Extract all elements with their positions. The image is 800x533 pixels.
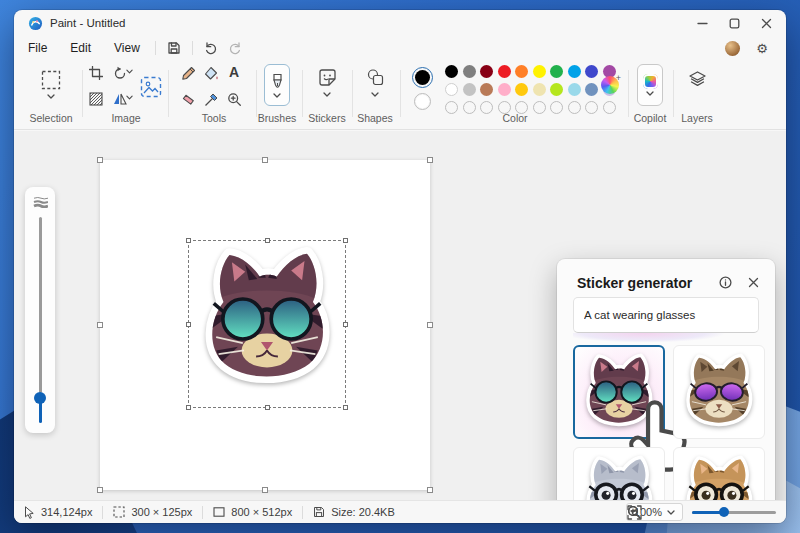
palette-swatch[interactable] (480, 83, 493, 96)
placed-cat-sticker[interactable] (192, 244, 342, 404)
sticker-icon (318, 68, 337, 87)
selection-handle[interactable] (343, 322, 348, 327)
rotate-dropdown-chevron-icon[interactable] (126, 69, 133, 74)
canvas-resize-handle[interactable] (262, 157, 268, 163)
color-picker-tool-icon[interactable] (203, 91, 219, 107)
canvas-resize-handle[interactable] (262, 487, 268, 493)
undo-button[interactable] (199, 38, 223, 58)
sticker-thumbnail-tabby-cat-teal-sunglasses[interactable] (573, 345, 665, 439)
palette-empty-slot[interactable] (585, 101, 598, 114)
crop-icon[interactable] (88, 65, 104, 81)
canvas-resize-handle[interactable] (97, 487, 103, 493)
title-bar[interactable]: Paint - Untitled (14, 10, 786, 36)
palette-empty-slot[interactable] (480, 101, 493, 114)
fill-tool-icon[interactable] (203, 65, 219, 81)
sticker-thumbnail-sepia-cat-purple-aviators[interactable] (673, 345, 765, 439)
palette-empty-slot[interactable] (603, 101, 616, 114)
canvas-resize-handle[interactable] (97, 157, 103, 163)
selection-handle[interactable] (265, 405, 270, 410)
brushes-button[interactable] (264, 64, 290, 106)
selection-tool-icon[interactable] (40, 69, 62, 91)
menu-edit[interactable]: Edit (61, 38, 100, 58)
edit-colors-wheel-icon[interactable]: + (601, 76, 619, 94)
maximize-button[interactable] (718, 10, 750, 36)
shapes-button[interactable] (365, 67, 385, 87)
size-slider-thumb[interactable] (34, 392, 46, 404)
palette-swatch[interactable] (463, 65, 476, 78)
stickers-button[interactable] (317, 67, 337, 87)
palette-swatch[interactable] (533, 65, 546, 78)
palette-empty-slot[interactable] (445, 101, 458, 114)
selection-marquee[interactable] (188, 240, 346, 408)
size-slider-track[interactable] (39, 217, 42, 393)
palette-swatch[interactable] (480, 65, 493, 78)
zoom-slider[interactable] (692, 506, 776, 518)
info-icon[interactable] (717, 274, 733, 290)
sticker-results-grid (573, 345, 761, 523)
ribbon-divider (302, 70, 303, 117)
stickers-group-label: Stickers (308, 112, 345, 124)
save-button[interactable] (162, 38, 186, 58)
palette-swatch[interactable] (515, 65, 528, 78)
palette-swatch[interactable] (515, 83, 528, 96)
foreground-color-well[interactable] (412, 67, 433, 88)
canvas-resize-handle[interactable] (97, 322, 103, 328)
palette-swatch[interactable] (498, 83, 511, 96)
pencil-tool-icon[interactable] (180, 65, 196, 81)
selection-handle[interactable] (343, 405, 348, 410)
background-removal-icon[interactable] (139, 75, 163, 99)
palette-swatch[interactable] (568, 65, 581, 78)
background-color-well[interactable] (414, 93, 431, 110)
stickers-chevron-icon[interactable] (323, 92, 331, 97)
panel-close-icon[interactable] (745, 274, 761, 290)
canvas-size-indicator: 800 × 512px (203, 506, 302, 518)
palette-swatch[interactable] (550, 83, 563, 96)
palette-empty-slot[interactable] (550, 101, 563, 114)
selection-handle[interactable] (265, 238, 270, 243)
palette-swatch[interactable] (585, 83, 598, 96)
palette-swatch[interactable] (533, 83, 546, 96)
copilot-group-label: Copilot (634, 112, 667, 124)
prompt-input[interactable] (573, 297, 759, 333)
redo-button[interactable] (223, 38, 247, 58)
selection-tool-group[interactable]: Selection (20, 58, 82, 129)
drawing-canvas[interactable] (100, 160, 430, 490)
text-tool-icon[interactable]: A (226, 64, 242, 80)
layers-button[interactable] (687, 69, 707, 89)
palette-swatch[interactable] (463, 83, 476, 96)
copilot-button[interactable] (637, 64, 663, 106)
minimize-button[interactable] (686, 10, 718, 36)
palette-empty-slot[interactable] (568, 101, 581, 114)
canvas-resize-handle[interactable] (427, 322, 433, 328)
close-button[interactable] (750, 10, 782, 36)
settings-gear-icon[interactable]: ⚙ (750, 38, 774, 58)
zoom-slider-thumb[interactable] (719, 507, 729, 517)
flip-dropdown-chevron-icon[interactable] (126, 95, 133, 100)
selection-handle[interactable] (186, 322, 191, 327)
shapes-icon (366, 68, 385, 87)
palette-swatch[interactable] (445, 83, 458, 96)
magnifier-tool-icon[interactable] (226, 91, 242, 107)
palette-swatch[interactable] (550, 65, 563, 78)
selection-handle[interactable] (186, 238, 191, 243)
palette-empty-slot[interactable] (463, 101, 476, 114)
zoom-in-icon[interactable] (626, 504, 642, 520)
palette-swatch[interactable] (585, 65, 598, 78)
account-avatar[interactable] (720, 38, 744, 58)
shapes-chevron-icon[interactable] (371, 92, 379, 97)
palette-swatch[interactable] (445, 65, 458, 78)
canvas-resize-handle[interactable] (427, 487, 433, 493)
eraser-tool-icon[interactable] (180, 91, 196, 107)
canvas-resize-handle[interactable] (427, 157, 433, 163)
selection-dropdown-chevron-icon[interactable] (47, 94, 55, 99)
palette-empty-slot[interactable] (533, 101, 546, 114)
selection-handle[interactable] (343, 238, 348, 243)
canvas-size-icon (213, 506, 225, 518)
menu-file[interactable]: File (19, 38, 56, 58)
palette-swatch[interactable] (498, 65, 511, 78)
palette-swatch[interactable] (568, 83, 581, 96)
tools-group-label: Tools (202, 112, 227, 124)
selection-handle[interactable] (186, 405, 191, 410)
resize-skew-icon[interactable] (88, 91, 104, 107)
menu-view[interactable]: View (105, 38, 149, 58)
